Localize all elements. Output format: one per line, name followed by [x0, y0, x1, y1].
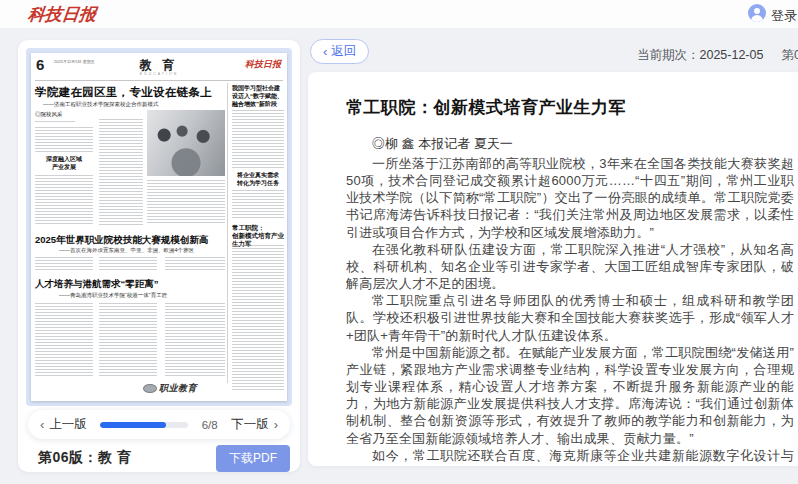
paper-date: 2025年12月5日 星期五	[54, 59, 114, 64]
article-byline: ◎柳 鑫 本报记者 夏天一	[346, 135, 794, 153]
site-logo[interactable]: 科技日报	[27, 3, 97, 26]
newsprint-text	[35, 303, 93, 378]
issue-meta: 当前期次：2025-12-05第06版：教 育	[637, 47, 798, 64]
back-button-label: 返回	[331, 43, 356, 60]
paper-masthead: 科技日报	[245, 58, 281, 71]
article-title: 常工职院：创新模式培育产业生力军	[346, 96, 794, 119]
newsprint-text	[35, 175, 93, 226]
newspaper-photo	[147, 110, 225, 176]
page-progress-fill	[100, 422, 166, 428]
sidebar-subhead-line: 转化为学习任务	[232, 180, 284, 188]
issue-date: 2025-12-05	[700, 48, 764, 62]
stamp-icon	[143, 384, 157, 393]
chevron-left-icon: ‹	[323, 45, 327, 58]
paper-section-subtitle: EDUCATION	[140, 72, 178, 76]
newsprint-text	[35, 127, 93, 154]
newsprint-text	[165, 303, 225, 378]
preview-footer: 第06版：教 育 下载PDF	[38, 444, 290, 472]
edition-meta-label: 第06版：教 育	[781, 48, 798, 62]
page-position: 6/8	[202, 419, 218, 431]
column-subhead-line: 深度融入区域	[35, 156, 93, 164]
newsprint-text	[99, 257, 157, 272]
lead-column-tag: ◎院校风采	[35, 111, 63, 118]
page-progress[interactable]	[100, 422, 188, 428]
lead-headline[interactable]: 学院建在园区里，专业设在链条上	[35, 85, 212, 100]
top-bar: 科技日报 登录	[0, 0, 798, 28]
article-paragraph: 如今，常工职院还联合百度、海克斯康等企业共建新能源数字化设计与制造、智能网联汽车…	[346, 447, 794, 466]
newsprint-text	[232, 110, 284, 170]
download-pdf-button[interactable]: 下载PDF	[216, 445, 290, 472]
article-paragraph: 常州是中国新能源之都。在赋能产业发展方面，常工职院围绕“发储送用”产业链，紧跟地…	[346, 344, 794, 447]
vocational-education-stamp: 职业教育	[141, 382, 199, 395]
edition-label: 第06版：教 育	[38, 449, 131, 467]
article-panel: 常工职院：创新模式培育产业生力军 ◎柳 鑫 本报记者 夏天一 一所坐落于江苏南部…	[308, 72, 798, 466]
article-paragraph: 常工职院重点引进名导师团队的优秀博士和硕士，组成科研和教学团队。学校还积极引进世…	[346, 292, 794, 343]
sidebar-story-title-line: 常工职院：	[232, 224, 286, 232]
chevron-right-icon: ›	[274, 418, 278, 431]
stamp-label: 职业教育	[159, 382, 197, 395]
newsprint-text	[147, 180, 225, 225]
newsprint-text	[99, 303, 157, 378]
story-3-headline[interactable]: 人才培养与港航需求“零距离”	[35, 278, 159, 291]
newsprint-text	[232, 245, 284, 392]
next-page-label: 下一版	[231, 416, 269, 433]
newsprint-text	[99, 119, 143, 227]
prev-page-label: 上一版	[49, 416, 87, 433]
avatar-icon[interactable]	[748, 4, 766, 22]
avatar-body-shape	[751, 15, 763, 22]
column-subhead-line: 产业发展	[35, 164, 93, 172]
sidebar-subhead-line: 将企业真实需求	[232, 172, 284, 180]
story-2-subhead: ——首次在海外设置东南亚、中亚、非洲、欧洲4个赛区	[59, 247, 194, 254]
newsprint-text	[35, 257, 93, 272]
newspaper-frame: 6 2025年12月5日 星期五 教 育 EDUCATION 科技日报 学院建在…	[26, 48, 292, 406]
column-divider	[227, 83, 228, 383]
header-rule	[35, 80, 283, 81]
avatar-head-shape	[754, 8, 760, 14]
article-paragraph: 在强化教科研队伍建设方面，常工职院深入推进“人才强校”，从知名高校、科研机构、知…	[346, 241, 794, 292]
paper-page-number: 6	[36, 56, 44, 73]
newspaper-page-thumbnail[interactable]: 6 2025年12月5日 星期五 教 育 EDUCATION 科技日报 学院建在…	[31, 53, 287, 401]
story-3-subhead: ——青岛港湾职业技术学院“校港一体”育工匠	[59, 292, 167, 299]
issue-label: 当前期次：	[637, 48, 700, 62]
login-button[interactable]: 登录	[771, 7, 797, 25]
newsprint-text	[232, 190, 284, 220]
newsprint-text	[165, 257, 225, 272]
next-page-button[interactable]: 下一版 ›	[231, 416, 278, 433]
sidebar-headline[interactable]: 我国学习型社会建设迈入“数字赋能、融合增效”新阶段	[232, 84, 284, 108]
lead-subhead: ——济南工程职业技术学院探索校企合作新模式	[43, 101, 159, 108]
page-pager: ‹ 上一版 6/8 下一版 ›	[28, 410, 290, 439]
newsprint-text	[35, 121, 75, 124]
chevron-left-icon: ‹	[40, 418, 44, 431]
page-preview-panel: 6 2025年12月5日 星期五 教 育 EDUCATION 科技日报 学院建在…	[18, 40, 300, 472]
column-subhead: 深度融入区域 产业发展	[35, 156, 93, 171]
prev-page-button[interactable]: ‹ 上一版	[40, 416, 87, 433]
article-paragraph: 一所坐落于江苏南部的高等职业院校，3年来在全国各类技能大赛获奖超50项，技术合同…	[346, 155, 794, 241]
sidebar-subhead: 将企业真实需求 转化为学习任务	[232, 172, 284, 187]
story-2-headline[interactable]: 2025年世界职业院校技能大赛规模创新高	[35, 234, 208, 247]
back-button[interactable]: ‹ 返回	[310, 39, 369, 64]
